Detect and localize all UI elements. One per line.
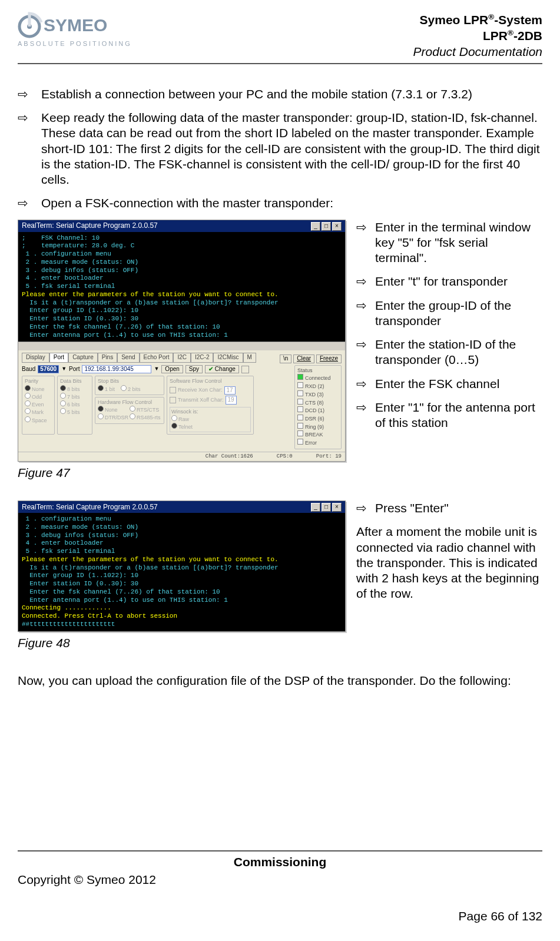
terminal-output: 1 . configuration menu 2 . measure mode … [18,513,345,631]
clear-button: Clear [293,354,314,363]
footer-page-number: Page 66 of 132 [18,909,542,923]
parity-panel: Parity NoneOddEvenMarkSpace [22,376,55,435]
bullet-item: ⇨ Open a FSK-connection with the master … [18,196,542,211]
arrow-icon: ⇨ [18,87,41,102]
footer-section: Commissioning [18,855,542,869]
final-paragraph: Now, you can upload the configuration fi… [18,673,542,688]
figure48-image: RealTerm: Serial Capture Program 2.0.0.5… [18,501,346,666]
side-paragraph: After a moment the mobile unit is connec… [356,524,542,601]
hwflow-panel: Hardware Flow Control NoneRTS/CTSDTR/DSR… [95,397,164,424]
port-value: 192.168.1.99:3045 [82,365,151,374]
symeo-logo-icon: SYMEO ABSOLUTE POSITIONING [18,12,135,51]
arrow-icon: ⇨ [356,376,375,392]
cps: CPS:0 [277,453,293,460]
maximize-icon: □ [322,503,331,512]
header-line3: Product Documentation [413,45,542,58]
page-header: SYMEO ABSOLUTE POSITIONING Symeo LPR®-Sy… [18,12,542,64]
bullet-item: ⇨Enter the station-ID of the transponder… [356,337,542,368]
close-icon: × [332,222,342,231]
databits-panel: Data Bits 8 bits7 bits6 bits5 bits [57,376,92,435]
bullet-text: Open a FSK-connection with the master tr… [41,196,542,211]
bullet-text: Enter the group-ID of the transponder [375,298,542,329]
header-line2a: LPR [483,29,508,42]
bullet-item: ⇨Enter in the terminal window key "5" fo… [356,220,542,266]
tab-display: Display [22,353,49,363]
reg-mark: ® [508,28,513,37]
tab-i2c-2: I2C-2 [191,353,213,363]
maximize-icon: □ [322,222,331,231]
window-controls: _□× [310,221,342,231]
tab-i2c: I2C [173,353,191,363]
tab-echo-port: Echo Port [140,353,174,363]
bullet-item: ⇨Enter "1" for the antenna port of this … [356,400,542,431]
char-count: Char Count:1626 [206,453,253,460]
bullet-text: Enter "1" for the antenna port of this s… [375,400,542,431]
content-area: ⇨ Establish a connection between your PC… [18,64,542,850]
port-status: Port: 19 [316,453,342,460]
bullet-text: Keep ready the following data of the mas… [41,110,542,187]
status-panel: Status ConnectedRXD (2)TXD (3)CTS (8)DCD… [294,365,342,449]
swflow-panel: Software Flow Control Receive Xon Char: … [167,376,254,435]
bullet-item: ⇨ Keep ready the following data of the m… [18,110,542,187]
svg-text:ABSOLUTE POSITIONING: ABSOLUTE POSITIONING [18,40,132,47]
window-controls: _□× [310,502,342,512]
arrow-icon: ⇨ [356,220,375,266]
tab-i2cmisc: I2CMisc [213,353,243,363]
stopbits-panel: Stop Bits 1 bit2 bits [95,376,164,395]
arrow-icon: ⇨ [356,337,375,368]
baud-value: 57600 [38,365,59,374]
page-footer: Commissioning Copyright © Symeo 2012 Pag… [18,850,542,923]
bullet-item: ⇨Enter the FSK channel [356,376,542,392]
arrow-icon: ⇨ [356,274,375,289]
bullet-text: Enter in the terminal window key "5" for… [375,220,542,266]
bullet-text: Establish a connection between your PC a… [41,87,542,102]
header-line2b: -2DB [513,29,542,42]
tab-capture: Capture [68,353,98,363]
arrow-icon: ⇨ [356,400,375,431]
tab-send: Send [117,353,139,363]
svg-text:SYMEO: SYMEO [44,15,107,35]
footer-copyright: Copyright © Symeo 2012 [18,873,542,887]
close-icon: × [332,503,342,512]
arrow-icon: ⇨ [18,196,41,211]
minimize-icon: _ [311,503,320,512]
bullet-item: ⇨Enter "t" for transponder [356,274,542,289]
reg-mark: ® [488,12,494,21]
header-text: Symeo LPR®-System LPR®-2DB Product Docum… [413,12,542,59]
window-title: RealTerm: Serial Capture Program 2.0.0.5… [22,221,158,230]
bullet-text: Enter the FSK channel [375,376,542,392]
figure48-side-text: ⇨ Press "Enter" After a moment the mobil… [356,501,542,602]
figure48-row: RealTerm: Serial Capture Program 2.0.0.5… [18,501,542,666]
window-title: RealTerm: Serial Capture Program 2.0.0.5… [22,503,158,512]
toolbar: DisplayPortCapturePinsSendEcho PortI2CI2… [18,350,345,451]
logo: SYMEO ABSOLUTE POSITIONING [18,12,135,59]
window-titlebar: RealTerm: Serial Capture Program 2.0.0.5… [18,501,345,513]
figure47-image: RealTerm: Serial Capture Program 2.0.0.5… [18,220,346,496]
terminal-output: ; FSK Channel: 10; temperature: 28.0 deg… [18,232,345,342]
newline-button: \n [280,354,291,363]
header-line1b: -System [494,13,542,26]
tab-bar: DisplayPortCapturePinsSendEcho PortI2CI2… [22,353,256,363]
open-button: Open [161,365,183,374]
scrollbar-horizontal [18,342,345,350]
figure47-side-text: ⇨Enter in the terminal window key "5" fo… [356,220,542,439]
tab-pins: Pins [98,353,117,363]
minimize-icon: _ [311,222,320,231]
figure47-caption: Figure 47 [18,465,346,481]
tab-m: M [243,353,256,363]
bullet-item: ⇨ Establish a connection between your PC… [18,87,542,102]
window-titlebar: RealTerm: Serial Capture Program 2.0.0.5… [18,220,345,232]
change-button: ✔ Change [205,365,239,374]
baud-label: Baud [22,366,35,373]
arrow-icon: ⇨ [18,110,41,187]
spy-button: Spy [185,365,203,374]
figure48-caption: Figure 48 [18,635,346,651]
header-line1a: Symeo LPR [420,13,489,26]
arrow-icon: ⇨ [356,501,375,516]
bullet-text: Enter "t" for transponder [375,274,542,289]
arrow-icon: ⇨ [356,298,375,329]
status-bar: Char Count:1626 CPS:0 Port: 19 [18,452,345,461]
port-label: Port [69,366,79,373]
bullet-item: ⇨Enter the group-ID of the transponder [356,298,542,329]
freeze-button: Freeze [316,354,342,363]
